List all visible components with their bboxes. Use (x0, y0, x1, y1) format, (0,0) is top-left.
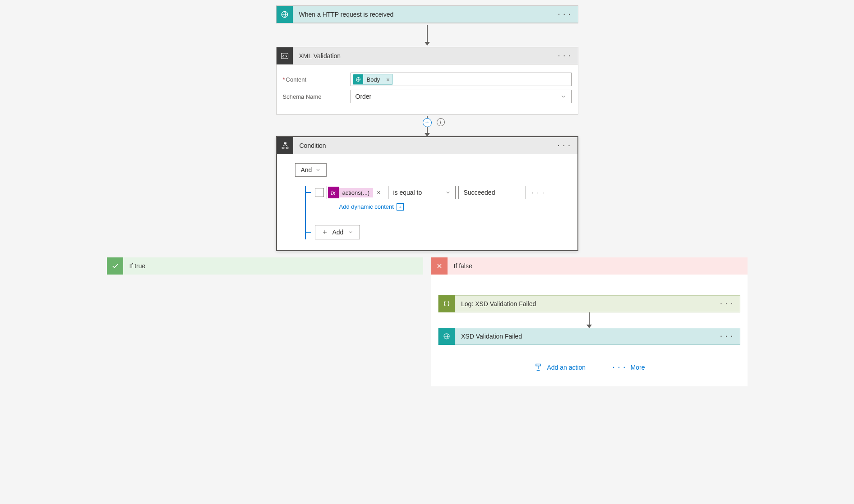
dynamic-content-label: Add dynamic content (339, 203, 394, 210)
dynamic-content-icon: + (397, 203, 404, 211)
condition-more-icon[interactable]: · · · (551, 142, 577, 149)
xml-validation-title: XML Validation (293, 52, 552, 60)
schema-label: Schema Name (283, 93, 351, 100)
if-true-header[interactable]: If true (107, 257, 423, 275)
xml-validation-header[interactable]: XML Validation · · · (277, 47, 578, 64)
chevron-down-icon (315, 167, 321, 173)
if-true-branch: If true (107, 257, 423, 386)
operator-value: is equal to (393, 189, 422, 196)
chevron-down-icon (445, 190, 451, 195)
log-card[interactable]: Log: XSD Validation Failed · · · (438, 295, 740, 312)
schema-value: Order (355, 93, 372, 100)
plus-icon (322, 229, 328, 235)
condition-header[interactable]: Condition · · · (277, 137, 577, 154)
log-title: Log: XSD Validation Failed (455, 300, 714, 307)
add-condition-button[interactable]: Add (315, 225, 360, 239)
svg-rect-1 (281, 53, 288, 59)
content-input[interactable]: Body × (351, 73, 572, 86)
schema-select[interactable]: Order (351, 90, 572, 103)
x-icon (431, 257, 448, 275)
if-true-title: If true (123, 262, 152, 270)
arrow-icon (589, 312, 590, 328)
response-title: XSD Validation Failed (455, 333, 714, 340)
trigger-header[interactable]: When a HTTP request is received · · · (277, 6, 578, 23)
body-token-label: Body (363, 76, 384, 83)
more-link[interactable]: · · · More (613, 363, 645, 372)
log-more-icon[interactable]: · · · (714, 300, 740, 307)
add-step-button[interactable]: + (423, 118, 432, 127)
more-dots-icon: · · · (613, 364, 626, 371)
chevron-down-icon (560, 93, 567, 100)
add-action-label: Add an action (547, 364, 586, 371)
condition-tree: fx actions(...) × is equal to Succeeded … (305, 186, 559, 239)
value-input[interactable]: Succeeded (458, 186, 526, 199)
expression-label: actions(...) (339, 188, 374, 197)
xml-validation-body: *Content Body × Schema N (277, 64, 578, 114)
if-false-body: Log: XSD Validation Failed · · · XSD Val… (431, 275, 748, 386)
condition-branches: If true If false Log: XSD Validation Fai… (107, 257, 748, 386)
branch-footer-actions: Add an action · · · More (534, 363, 645, 372)
add-label: Add (332, 229, 344, 236)
expression-token[interactable]: fx actions(...) × (327, 186, 386, 199)
http-token-icon (353, 74, 363, 84)
operator-select[interactable]: is equal to (388, 186, 456, 199)
chevron-down-icon (348, 229, 353, 235)
response-more-icon[interactable]: · · · (714, 333, 740, 340)
svg-rect-7 (536, 364, 540, 366)
content-row: *Content Body × (283, 73, 572, 86)
condition-row-checkbox[interactable] (315, 188, 324, 197)
add-condition-row: Add (306, 225, 559, 239)
svg-rect-4 (282, 147, 284, 148)
condition-row-more-icon[interactable]: · · · (529, 189, 547, 196)
schema-row: Schema Name Order (283, 90, 572, 103)
value-text: Succeeded (463, 189, 495, 196)
http-icon (277, 6, 293, 23)
fx-icon: fx (328, 187, 339, 198)
dynamic-content-row: Add dynamic content + (306, 203, 559, 211)
condition-title: Condition (293, 142, 552, 149)
condition-row: fx actions(...) × is equal to Succeeded … (306, 186, 559, 199)
and-label: And (301, 166, 312, 174)
response-card[interactable]: XSD Validation Failed · · · (438, 328, 740, 345)
expression-remove-icon[interactable]: × (373, 189, 384, 196)
code-icon (277, 47, 293, 64)
add-action-link[interactable]: Add an action (534, 363, 586, 372)
add-action-icon (534, 363, 543, 372)
body-token-remove-icon[interactable]: × (383, 76, 392, 83)
if-false-branch: If false Log: XSD Validation Failed · · … (431, 257, 748, 386)
trigger-card[interactable]: When a HTTP request is received · · · (276, 5, 578, 23)
condition-body: And fx actions(...) × is equal to (277, 154, 577, 250)
svg-rect-5 (286, 147, 288, 148)
trigger-title: When a HTTP request is received (293, 11, 552, 18)
arrow-icon (427, 25, 428, 45)
add-dynamic-content-link[interactable]: Add dynamic content + (339, 203, 404, 211)
info-icon[interactable]: i (437, 118, 445, 126)
body-token[interactable]: Body × (353, 74, 393, 85)
xml-validation-card[interactable]: XML Validation · · · *Content Body (276, 47, 578, 115)
condition-card[interactable]: Condition · · · And fx actions(...) × is… (276, 136, 578, 251)
and-operator-button[interactable]: And (295, 163, 327, 177)
content-label: *Content (283, 76, 351, 83)
condition-icon (277, 137, 293, 154)
braces-icon (439, 295, 455, 312)
xml-validation-more-icon[interactable]: · · · (552, 52, 577, 60)
check-icon (107, 257, 123, 275)
trigger-more-icon[interactable]: · · · (552, 11, 577, 18)
arrow-with-add: + i (427, 116, 428, 136)
if-false-title: If false (448, 262, 479, 270)
http-icon (439, 328, 455, 345)
more-label: More (631, 364, 645, 371)
svg-rect-3 (284, 142, 286, 143)
if-false-header[interactable]: If false (431, 257, 748, 275)
